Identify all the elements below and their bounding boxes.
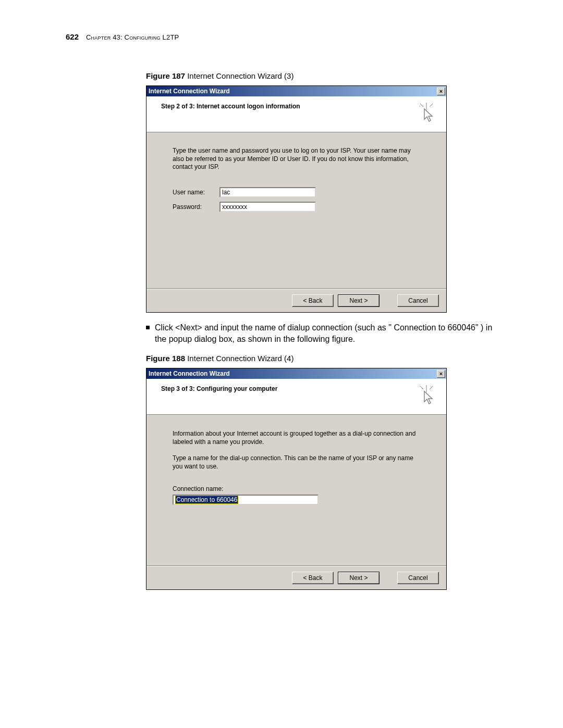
username-input[interactable]: [219, 187, 316, 198]
wizard-dialog-step2: Internet Connection Wizard × Step 2 of 3…: [146, 85, 447, 313]
instructions-text-2: Type a name for the dial-up connection. …: [173, 454, 420, 471]
instructions-text: Type the user name and password you use …: [173, 147, 420, 171]
figure-188-caption: Figure 188 Internet Connection Wizard (4…: [146, 354, 506, 363]
password-input[interactable]: [219, 202, 316, 212]
back-button[interactable]: < Back: [292, 572, 334, 584]
back-button[interactable]: < Back: [292, 294, 334, 307]
svg-line-3: [430, 104, 433, 107]
page-number: 622: [66, 32, 79, 41]
button-row: < Back Next > Cancel: [146, 289, 446, 312]
connection-name-value: Connection to 660046: [175, 496, 238, 504]
page-header: 622 Chapter 43: Configuring L2TP: [66, 32, 506, 41]
svg-line-6: [430, 386, 433, 389]
next-button[interactable]: Next >: [338, 572, 380, 584]
cursor-sparkle-icon: [416, 385, 437, 406]
bullet-text: Click <Next> and input the name of dialu…: [155, 322, 506, 344]
next-button[interactable]: Next >: [338, 294, 380, 307]
figure-187-caption: Figure 187 Internet Connection Wizard (3…: [146, 71, 506, 80]
password-label: Password:: [173, 203, 219, 211]
svg-line-5: [420, 386, 423, 389]
wizard-dialog-step3: Internet Connection Wizard × Step 3 of 3…: [146, 368, 447, 590]
wizard-header: Step 3 of 3: Configuring your computer: [146, 379, 446, 415]
connection-name-label: Connection name:: [173, 485, 420, 492]
titlebar: Internet Connection Wizard ×: [146, 86, 446, 96]
titlebar: Internet Connection Wizard ×: [146, 368, 446, 379]
instruction-bullet: Click <Next> and input the name of dialu…: [146, 322, 506, 344]
step-title: Step 3 of 3: Configuring your computer: [161, 385, 277, 392]
close-icon[interactable]: ×: [437, 370, 445, 378]
close-icon[interactable]: ×: [437, 88, 445, 95]
bullet-icon: [146, 326, 150, 329]
wizard-header: Step 2 of 3: Internet account logon info…: [146, 96, 446, 132]
chapter-title: Chapter 43: Configuring L2TP: [86, 33, 179, 41]
step-title: Step 2 of 3: Internet account logon info…: [161, 103, 300, 110]
button-row: < Back Next > Cancel: [146, 566, 446, 589]
cancel-button[interactable]: Cancel: [397, 572, 439, 584]
wizard-body: Type the user name and password you use …: [146, 132, 446, 289]
username-label: User name:: [173, 189, 219, 196]
connection-name-input[interactable]: Connection to 660046: [173, 495, 319, 505]
cursor-sparkle-icon: [416, 103, 437, 124]
cancel-button[interactable]: Cancel: [397, 294, 439, 307]
wizard-body: Information about your Internet account …: [146, 415, 446, 566]
instructions-text-1: Information about your Internet account …: [173, 429, 420, 446]
dialog-title: Internet Connection Wizard: [149, 88, 230, 95]
dialog-title: Internet Connection Wizard: [149, 370, 230, 377]
svg-line-2: [420, 104, 423, 107]
